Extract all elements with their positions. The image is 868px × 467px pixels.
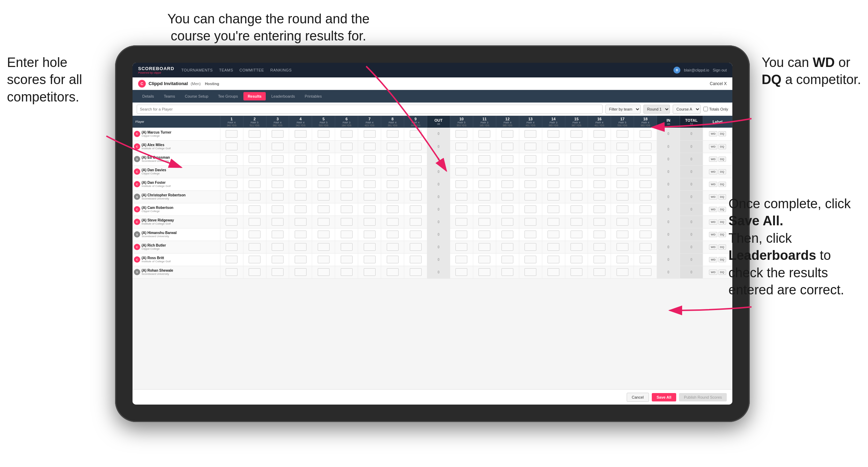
score-input[interactable]: [548, 168, 559, 175]
score-input[interactable]: [478, 143, 490, 150]
score-h1-p5[interactable]: [220, 190, 243, 203]
score-h14-p9[interactable]: [542, 241, 565, 253]
score-h8-p6[interactable]: [381, 203, 404, 216]
score-input[interactable]: [478, 256, 490, 263]
score-input[interactable]: [341, 193, 353, 201]
score-h9-p6[interactable]: [404, 203, 427, 216]
score-input[interactable]: [640, 218, 651, 226]
score-input[interactable]: [295, 268, 307, 276]
score-input[interactable]: [524, 205, 536, 213]
score-h4-p4[interactable]: [289, 178, 312, 190]
course-select[interactable]: Course A: [673, 105, 701, 114]
score-h15-p10[interactable]: [565, 253, 588, 266]
score-h9-p3[interactable]: [404, 165, 427, 178]
score-input[interactable]: [272, 218, 284, 226]
score-input[interactable]: [617, 243, 628, 251]
score-h3-p3[interactable]: [266, 165, 289, 178]
score-input[interactable]: [387, 180, 399, 188]
score-h1-p6[interactable]: [220, 203, 243, 216]
score-h5-p11[interactable]: [312, 266, 335, 278]
score-h4-p3[interactable]: [289, 165, 312, 178]
score-input[interactable]: [387, 268, 399, 276]
score-input[interactable]: [501, 256, 513, 263]
score-input[interactable]: [455, 268, 467, 276]
score-h17-p3[interactable]: [611, 165, 634, 178]
wd-btn-7[interactable]: WD: [709, 219, 717, 225]
score-h17-p11[interactable]: [611, 266, 634, 278]
score-input[interactable]: [341, 231, 353, 238]
score-input[interactable]: [364, 193, 376, 201]
score-input[interactable]: [640, 168, 651, 175]
round-select[interactable]: Round 1: [643, 105, 670, 114]
score-input[interactable]: [341, 256, 353, 263]
score-input[interactable]: [640, 256, 651, 263]
score-input[interactable]: [318, 231, 330, 238]
score-input[interactable]: [617, 155, 628, 163]
score-h13-p1[interactable]: [519, 140, 542, 153]
score-h8-p11[interactable]: [381, 266, 404, 278]
score-input[interactable]: [524, 155, 536, 163]
score-input[interactable]: [318, 143, 330, 150]
score-h15-p7[interactable]: [565, 216, 588, 228]
score-h18-p4[interactable]: [634, 178, 657, 190]
score-input[interactable]: [249, 130, 261, 138]
score-h15-p6[interactable]: [565, 203, 588, 216]
score-input[interactable]: [249, 155, 261, 163]
score-input[interactable]: [548, 143, 559, 150]
dq-btn-3[interactable]: DQ: [718, 169, 726, 174]
wd-dq-cell-0[interactable]: WD DQ: [703, 128, 732, 140]
score-input[interactable]: [249, 268, 261, 276]
score-h3-p0[interactable]: [266, 128, 289, 140]
score-input[interactable]: [249, 243, 261, 251]
score-input[interactable]: [410, 231, 422, 238]
score-h15-p1[interactable]: [565, 140, 588, 153]
score-input[interactable]: [364, 231, 376, 238]
score-h2-p1[interactable]: [243, 140, 266, 153]
score-input[interactable]: [594, 168, 605, 175]
score-input[interactable]: [478, 193, 490, 201]
wd-btn-5[interactable]: WD: [709, 194, 717, 199]
dq-btn-7[interactable]: DQ: [718, 219, 726, 225]
wd-btn-10[interactable]: WD: [709, 257, 717, 262]
wd-dq-cell-4[interactable]: WD DQ: [703, 178, 732, 190]
score-input[interactable]: [594, 268, 605, 276]
score-h4-p2[interactable]: [289, 153, 312, 165]
score-input[interactable]: [548, 218, 559, 226]
score-h11-p0[interactable]: [473, 128, 496, 140]
score-input[interactable]: [571, 155, 582, 163]
score-input[interactable]: [410, 143, 422, 150]
score-h12-p1[interactable]: [496, 140, 519, 153]
score-input[interactable]: [341, 168, 353, 175]
score-h8-p1[interactable]: [381, 140, 404, 153]
score-h13-p3[interactable]: [519, 165, 542, 178]
save-all-btn[interactable]: Save All: [652, 393, 676, 401]
score-h9-p1[interactable]: [404, 140, 427, 153]
score-h3-p2[interactable]: [266, 153, 289, 165]
score-input[interactable]: [410, 256, 422, 263]
score-input[interactable]: [387, 218, 399, 226]
score-h1-p8[interactable]: [220, 228, 243, 241]
score-input[interactable]: [364, 155, 376, 163]
score-input[interactable]: [617, 256, 628, 263]
score-input[interactable]: [617, 218, 628, 226]
score-input[interactable]: [318, 180, 330, 188]
wd-dq-cell-9[interactable]: WD DQ: [703, 241, 732, 253]
score-h10-p0[interactable]: [450, 128, 473, 140]
score-h5-p0[interactable]: [312, 128, 335, 140]
score-input[interactable]: [295, 155, 307, 163]
score-input[interactable]: [640, 205, 651, 213]
dq-btn-10[interactable]: DQ: [718, 257, 726, 262]
score-input[interactable]: [501, 193, 513, 201]
score-input[interactable]: [501, 130, 513, 138]
score-input[interactable]: [410, 218, 422, 226]
wd-dq-cell-10[interactable]: WD DQ: [703, 253, 732, 266]
score-h4-p1[interactable]: [289, 140, 312, 153]
score-h8-p2[interactable]: [381, 153, 404, 165]
score-h9-p7[interactable]: [404, 216, 427, 228]
score-input[interactable]: [640, 155, 651, 163]
score-h11-p3[interactable]: [473, 165, 496, 178]
score-h7-p0[interactable]: [358, 128, 381, 140]
publish-btn[interactable]: Publish Round Scores: [679, 393, 727, 401]
wd-btn-2[interactable]: WD: [709, 157, 717, 162]
score-h12-p5[interactable]: [496, 190, 519, 203]
